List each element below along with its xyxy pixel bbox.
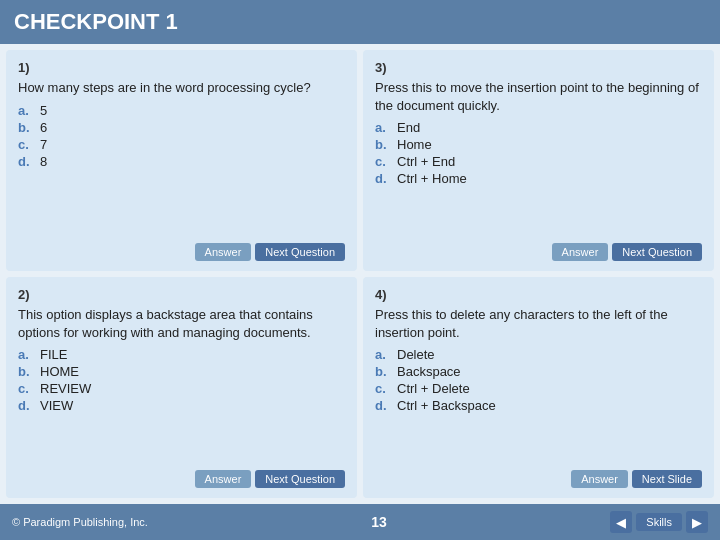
option-letter: b. <box>18 364 34 379</box>
option-letter: c. <box>375 154 391 169</box>
option-text: 8 <box>40 154 47 169</box>
next-button-1[interactable]: Next Question <box>255 243 345 261</box>
option-letter: c. <box>18 137 34 152</box>
option-text: 6 <box>40 120 47 135</box>
question-1-buttons: Answer Next Question <box>18 243 345 261</box>
footer: © Paradigm Publishing, Inc. 13 ◀ Skills … <box>0 504 720 540</box>
option-row: a. FILE <box>18 347 345 362</box>
option-row: c. REVIEW <box>18 381 345 396</box>
option-letter: d. <box>18 154 34 169</box>
option-row: a. Delete <box>375 347 702 362</box>
option-letter: c. <box>18 381 34 396</box>
option-row: d. Ctrl + Home <box>375 171 702 186</box>
option-text: Ctrl + Backspace <box>397 398 496 413</box>
question-card-1: 1) How many steps are in the word proces… <box>6 50 357 271</box>
question-4-number: 4) <box>375 287 702 302</box>
option-row: b. 6 <box>18 120 345 135</box>
question-card-2: 2) This option displays a backstage area… <box>6 277 357 498</box>
option-letter: b. <box>18 120 34 135</box>
answer-button-2[interactable]: Answer <box>195 470 252 488</box>
option-row: a. End <box>375 120 702 135</box>
copyright-text: © Paradigm Publishing, Inc. <box>12 516 148 528</box>
question-3-options: a. End b. Home c. Ctrl + End d. Ctrl + H… <box>375 120 702 235</box>
main-content: 1) How many steps are in the word proces… <box>0 44 720 504</box>
option-row: c. Ctrl + Delete <box>375 381 702 396</box>
header-title: CHECKPOINT 1 <box>14 9 178 35</box>
question-1-text: How many steps are in the word processin… <box>18 79 345 97</box>
answer-button-3[interactable]: Answer <box>552 243 609 261</box>
option-letter: c. <box>375 381 391 396</box>
option-text: Ctrl + Home <box>397 171 467 186</box>
option-text: End <box>397 120 420 135</box>
option-text: Backspace <box>397 364 461 379</box>
option-row: d. 8 <box>18 154 345 169</box>
option-text: VIEW <box>40 398 73 413</box>
option-letter: b. <box>375 137 391 152</box>
option-row: a. 5 <box>18 103 345 118</box>
option-row: c. Ctrl + End <box>375 154 702 169</box>
question-2-options: a. FILE b. HOME c. REVIEW d. VIEW <box>18 347 345 462</box>
option-row: c. 7 <box>18 137 345 152</box>
next-button-4[interactable]: Next Slide <box>632 470 702 488</box>
option-text: Home <box>397 137 432 152</box>
question-3-text: Press this to move the insertion point t… <box>375 79 702 114</box>
question-1-number: 1) <box>18 60 345 75</box>
option-text: REVIEW <box>40 381 91 396</box>
question-4-options: a. Delete b. Backspace c. Ctrl + Delete … <box>375 347 702 462</box>
option-text: HOME <box>40 364 79 379</box>
question-3-number: 3) <box>375 60 702 75</box>
option-text: 7 <box>40 137 47 152</box>
answer-button-1[interactable]: Answer <box>195 243 252 261</box>
prev-arrow-button[interactable]: ◀ <box>610 511 632 533</box>
page-number: 13 <box>371 514 387 530</box>
option-letter: d. <box>375 398 391 413</box>
option-letter: d. <box>375 171 391 186</box>
option-text: Delete <box>397 347 435 362</box>
option-row: b. HOME <box>18 364 345 379</box>
question-4-buttons: Answer Next Slide <box>375 470 702 488</box>
question-1-options: a. 5 b. 6 c. 7 d. 8 <box>18 103 345 235</box>
question-card-4: 4) Press this to delete any characters t… <box>363 277 714 498</box>
option-row: d. Ctrl + Backspace <box>375 398 702 413</box>
question-2-buttons: Answer Next Question <box>18 470 345 488</box>
option-letter: d. <box>18 398 34 413</box>
option-letter: a. <box>18 103 34 118</box>
header: CHECKPOINT 1 <box>0 0 720 44</box>
next-button-3[interactable]: Next Question <box>612 243 702 261</box>
option-letter: a. <box>375 120 391 135</box>
answer-button-4[interactable]: Answer <box>571 470 628 488</box>
option-text: 5 <box>40 103 47 118</box>
next-button-2[interactable]: Next Question <box>255 470 345 488</box>
option-text: FILE <box>40 347 67 362</box>
footer-nav: ◀ Skills ▶ <box>610 511 708 533</box>
question-3-buttons: Answer Next Question <box>375 243 702 261</box>
option-row: b. Backspace <box>375 364 702 379</box>
next-arrow-button[interactable]: ▶ <box>686 511 708 533</box>
question-2-text: This option displays a backstage area th… <box>18 306 345 341</box>
option-letter: a. <box>375 347 391 362</box>
option-row: b. Home <box>375 137 702 152</box>
question-2-number: 2) <box>18 287 345 302</box>
question-4-text: Press this to delete any characters to t… <box>375 306 702 341</box>
question-card-3: 3) Press this to move the insertion poin… <box>363 50 714 271</box>
skills-button[interactable]: Skills <box>636 513 682 531</box>
option-letter: b. <box>375 364 391 379</box>
option-text: Ctrl + End <box>397 154 455 169</box>
option-letter: a. <box>18 347 34 362</box>
option-row: d. VIEW <box>18 398 345 413</box>
option-text: Ctrl + Delete <box>397 381 470 396</box>
